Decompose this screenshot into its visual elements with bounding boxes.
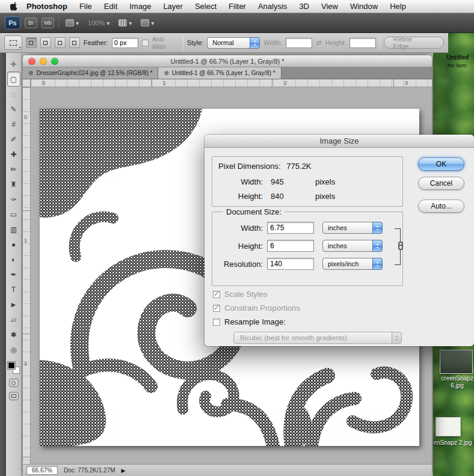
view-extras-button[interactable]: ▾: [116, 18, 134, 28]
move-tool[interactable]: ✛: [7, 56, 20, 72]
screen-mode-button[interactable]: ▾: [138, 18, 156, 28]
menu-image[interactable]: Image: [123, 0, 157, 13]
crop-tool[interactable]: #: [7, 117, 20, 132]
tab-dressergraphic024[interactable]: ⊗ DresserGraphic024.jpg @ 12.5% (RGB/8) …: [23, 67, 158, 79]
menu-analysis[interactable]: Analysis: [252, 0, 293, 13]
feather-input[interactable]: [112, 38, 138, 48]
dialog-title-bar[interactable]: Image Size: [205, 135, 474, 148]
menu-view[interactable]: View: [315, 0, 344, 13]
brush-tool[interactable]: ✏: [7, 162, 20, 177]
menu-select[interactable]: Select: [189, 0, 223, 13]
resample-image-row: Resample Image:: [213, 317, 286, 326]
resolution-input[interactable]: [267, 258, 314, 270]
menu-window[interactable]: Window: [344, 0, 384, 13]
clone-stamp-tool[interactable]: ♜: [7, 177, 20, 192]
selection-mode-new-button[interactable]: [26, 37, 37, 48]
eraser-tool[interactable]: ▭: [7, 207, 20, 222]
menu-photoshop[interactable]: Photoshop: [20, 2, 73, 11]
style-value: Normal: [212, 39, 233, 46]
tab-close-icon[interactable]: ⊗: [164, 70, 168, 76]
style-select[interactable]: Normal ▲ ▼: [207, 37, 260, 49]
refine-edge-button[interactable]: Refine Edge...: [384, 37, 444, 49]
desktop-file2-label[interactable]: reenSnapz 2.jpg: [427, 439, 473, 447]
healing-brush-tool[interactable]: ✚: [7, 147, 20, 162]
shape-tool[interactable]: ▱: [7, 312, 20, 327]
menu-3d[interactable]: 3D: [293, 0, 315, 13]
clone-stamp-icon: ♜: [10, 180, 17, 189]
ok-button[interactable]: OK: [418, 157, 464, 171]
dodge-tool[interactable]: ◐: [7, 252, 20, 267]
tools-panel: ✛ ▢ ◌ ✎ # ✐ ✚ ✏ ♜ ✑ ▭ ▥ ● ◐ ✒ T ► ▱ ✱ ◎: [6, 53, 22, 476]
type-tool[interactable]: T: [7, 282, 20, 297]
resolution-label: Resolution:: [212, 260, 263, 269]
path-selection-tool[interactable]: ►: [7, 297, 20, 312]
zoom-window-button[interactable]: [51, 58, 58, 65]
quick-selection-tool[interactable]: ✎: [7, 102, 20, 117]
selection-mode-add-button[interactable]: [40, 37, 51, 48]
hand-tool[interactable]: ✱: [7, 327, 20, 342]
brush-icon: ✏: [10, 165, 16, 174]
panel-dock-strip[interactable]: [0, 53, 6, 476]
desktop-file1-label[interactable]: creenSnapz 6.jpg: [434, 375, 474, 389]
arrange-documents-button[interactable]: ▾: [63, 18, 81, 28]
window-title-bar[interactable]: Untitled-1 @ 66.7% (Layer 1, Gray/8) *: [23, 55, 432, 67]
swap-dimensions-icon[interactable]: ⇄: [316, 39, 321, 47]
pen-icon: ✒: [10, 270, 16, 279]
eyedropper-tool[interactable]: ✐: [7, 132, 20, 147]
tool-preset-picker[interactable]: ▾: [4, 35, 22, 50]
tab-label: Untitled-1 @ 66.7% (Layer 1, Gray/8) *: [172, 70, 275, 76]
tab-untitled-1[interactable]: ⊗ Untitled-1 @ 66.7% (Layer 1, Gray/8) *: [158, 67, 281, 79]
resample-image-checkbox[interactable]: [213, 319, 220, 326]
image-size-dialog: Image Size Pixel Dimensions: 775.2K Widt…: [205, 135, 474, 346]
zoom-level-button[interactable]: 100% ▾: [85, 18, 112, 28]
color-swatches[interactable]: [8, 362, 20, 374]
ruler-number: 2: [24, 361, 27, 367]
menu-help[interactable]: Help: [384, 0, 412, 13]
blur-icon: ●: [11, 240, 16, 249]
pixel-height-value: 840: [267, 192, 315, 201]
menu-file[interactable]: File: [73, 0, 98, 13]
minimize-window-button[interactable]: [40, 58, 47, 65]
history-brush-tool[interactable]: ✑: [7, 192, 20, 207]
tab-close-icon[interactable]: ⊗: [28, 70, 33, 76]
lasso-tool[interactable]: ◌: [7, 87, 20, 102]
apple-menu[interactable]: [7, 2, 20, 11]
auto-button[interactable]: Auto...: [418, 200, 464, 213]
marquee-icon: ▢: [10, 75, 17, 84]
subtract-selection-icon: [58, 41, 62, 45]
menu-filter[interactable]: Filter: [223, 0, 252, 13]
selection-mode-subtract-button[interactable]: [55, 37, 66, 48]
resample-method-select: Bicubic (best for smooth gradients) ▲▼: [233, 332, 402, 344]
ruler-number: 1: [163, 80, 166, 86]
doc-width-unit-select[interactable]: inches ▲▼: [322, 222, 383, 234]
pen-tool[interactable]: ✒: [7, 267, 20, 282]
rectangular-marquee-tool[interactable]: ▢: [7, 72, 20, 87]
screen-mode-toggle[interactable]: [9, 392, 19, 400]
resolution-unit-select[interactable]: pixels/inch ▲▼: [322, 258, 383, 270]
ruler-number: 3: [405, 80, 408, 86]
zoom-icon: ◎: [10, 346, 16, 354]
doc-width-input[interactable]: [267, 222, 314, 234]
doc-height-input[interactable]: [267, 240, 314, 252]
width-input[interactable]: [286, 38, 312, 48]
selection-mode-intersect-button[interactable]: [69, 37, 80, 48]
dodge-icon: ◐: [11, 255, 16, 264]
desktop-file2-thumbnail[interactable]: [436, 417, 461, 436]
zoom-tool[interactable]: ◎: [7, 342, 20, 357]
minibridge-button[interactable]: Mb: [42, 17, 54, 28]
doc-height-unit-select[interactable]: inches ▲▼: [322, 240, 383, 252]
quick-mask-button[interactable]: [9, 379, 19, 387]
blur-tool[interactable]: ●: [7, 237, 20, 252]
height-input[interactable]: [349, 38, 376, 48]
gradient-tool[interactable]: ▥: [7, 222, 20, 237]
foreground-color-swatch[interactable]: [8, 362, 15, 369]
menu-layer[interactable]: Layer: [157, 0, 189, 13]
status-menu-arrow-icon[interactable]: ▶: [122, 468, 126, 474]
close-window-button[interactable]: [28, 58, 35, 65]
bridge-button[interactable]: Br: [25, 17, 37, 28]
menu-edit[interactable]: Edit: [98, 0, 123, 13]
cancel-button[interactable]: Cancel: [418, 177, 464, 190]
desktop-file-thumbnail[interactable]: [440, 350, 473, 374]
intersect-selection-icon: [72, 41, 76, 45]
status-zoom-input[interactable]: 66.67%: [26, 466, 58, 475]
